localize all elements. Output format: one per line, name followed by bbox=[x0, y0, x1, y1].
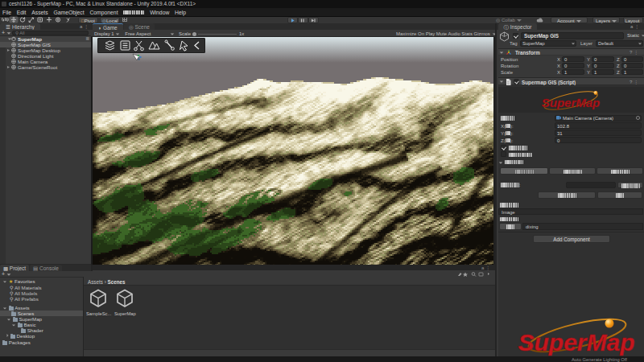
svg-text:SuperMap: SuperMap bbox=[542, 96, 601, 109]
svg-text:SuperMap: SuperMap bbox=[518, 329, 634, 356]
